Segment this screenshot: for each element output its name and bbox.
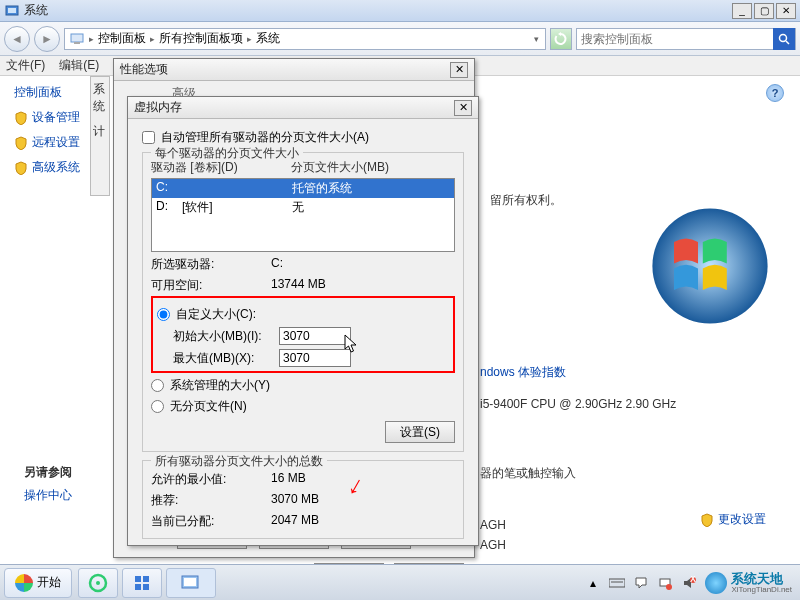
selected-drive-row: 所选驱动器: C: — [151, 256, 455, 273]
see-also: 另请参阅 操作中心 — [24, 464, 72, 504]
breadcrumb[interactable]: ▸ 控制面板 ▸ 所有控制面板项 ▸ 系统 ▾ — [64, 28, 546, 50]
sidebar-advanced-system[interactable]: 高级系统 — [14, 159, 100, 176]
brand-logo[interactable]: 系统天地 XiTongTianDi.net — [705, 572, 792, 594]
svg-rect-14 — [184, 578, 196, 586]
windows-orb-icon — [15, 574, 33, 592]
breadcrumb-item[interactable]: 所有控制面板项 — [159, 30, 243, 47]
drive-list[interactable]: C: 托管的系统 D: [软件] 无 — [151, 178, 455, 252]
system-info-partial: 留所有权利。 — [490, 86, 780, 209]
system-tabs-partial: 系统 计 — [90, 76, 110, 196]
tray-action-center-icon[interactable] — [633, 575, 649, 591]
svg-rect-1 — [8, 8, 16, 13]
max-size-label: 最大值(MB)(X): — [173, 350, 273, 367]
breadcrumb-item[interactable]: 系统 — [256, 30, 280, 47]
svg-point-8 — [96, 581, 100, 585]
pen-text: 器的笔或触控输入 — [480, 465, 780, 482]
drive-row-d[interactable]: D: [软件] 无 — [152, 198, 454, 217]
initial-size-input[interactable] — [279, 327, 351, 345]
svg-rect-12 — [143, 584, 149, 590]
max-size-row: 最大值(MB)(X): — [157, 349, 449, 367]
close-icon[interactable]: ✕ — [450, 62, 468, 78]
per-drive-group: 每个驱动器的分页文件大小 驱动器 [卷标](D) 分页文件大小(MB) C: 托… — [142, 152, 464, 452]
menu-edit[interactable]: 编辑(E) — [59, 57, 99, 74]
auto-manage-checkbox[interactable]: 自动管理所有驱动器的分页文件大小(A) — [142, 129, 464, 146]
breadcrumb-item[interactable]: 控制面板 — [98, 30, 146, 47]
dialog-titlebar: 性能选项 ✕ — [114, 59, 474, 81]
group-legend: 所有驱动器分页文件大小的总数 — [151, 453, 327, 470]
radio-none-input[interactable] — [151, 400, 164, 413]
shield-icon — [14, 111, 28, 125]
tray-volume-icon[interactable]: x — [681, 575, 697, 591]
dialog-title-text: 虚拟内存 — [134, 99, 454, 116]
tray-up-icon[interactable]: ▴ — [585, 575, 601, 591]
dialog-titlebar: 虚拟内存 ✕ — [128, 97, 478, 119]
svg-rect-3 — [74, 42, 80, 44]
radio-custom-size[interactable]: 自定义大小(C): — [157, 306, 449, 323]
sidebar: 控制面板 设备管理 远程设置 高级系统 — [0, 84, 100, 184]
change-settings-link[interactable]: 更改设置 — [700, 511, 766, 528]
radio-system-input[interactable] — [151, 379, 164, 392]
cpu-text: i5-9400F CPU @ 2.90GHz 2.90 GHz — [480, 397, 780, 411]
dropdown-icon[interactable]: ▾ — [532, 34, 541, 44]
svg-rect-10 — [143, 576, 149, 582]
max-size-input[interactable] — [279, 349, 351, 367]
search-button[interactable] — [773, 28, 795, 50]
svg-rect-15 — [609, 579, 625, 587]
auto-manage-input[interactable] — [142, 131, 155, 144]
sidebar-remote-settings[interactable]: 远程设置 — [14, 134, 100, 151]
taskbar-browser-icon[interactable] — [78, 568, 118, 598]
svg-rect-11 — [135, 584, 141, 590]
back-button[interactable]: ◄ — [4, 26, 30, 52]
maximize-button[interactable]: ▢ — [754, 3, 774, 19]
free-space-row: 可用空间: 13744 MB — [151, 277, 455, 294]
dialog-title-text: 性能选项 — [120, 61, 450, 78]
shield-icon — [14, 161, 28, 175]
svg-line-5 — [786, 41, 789, 44]
virtual-memory-dialog: 虚拟内存 ✕ 自动管理所有驱动器的分页文件大小(A) 每个驱动器的分页文件大小 … — [127, 96, 479, 546]
sidebar-control-panel[interactable]: 控制面板 — [14, 84, 100, 101]
close-button[interactable]: ✕ — [776, 3, 796, 19]
globe-icon — [705, 572, 727, 594]
search-input[interactable] — [577, 32, 773, 46]
group-legend: 每个驱动器的分页文件大小 — [151, 145, 303, 162]
taskbar-app-icon[interactable] — [122, 568, 162, 598]
svg-rect-2 — [71, 34, 83, 42]
set-button[interactable]: 设置(S) — [385, 421, 455, 443]
svg-text:x: x — [690, 576, 696, 585]
window-title: 系统 — [24, 2, 732, 19]
agh-text: AGH — [480, 538, 780, 552]
windows-logo-icon — [650, 206, 770, 326]
svg-point-18 — [666, 584, 672, 590]
action-center-link[interactable]: 操作中心 — [24, 487, 72, 504]
radio-no-paging[interactable]: 无分页文件(N) — [151, 398, 455, 415]
svg-point-4 — [780, 34, 787, 41]
menu-file[interactable]: 文件(F) — [6, 57, 45, 74]
initial-size-label: 初始大小(MB)(I): — [173, 328, 273, 345]
close-icon[interactable]: ✕ — [454, 100, 472, 116]
computer-icon — [69, 31, 85, 47]
radio-custom-input[interactable] — [157, 308, 170, 321]
search-icon — [778, 33, 790, 45]
svg-rect-9 — [135, 576, 141, 582]
tray-keyboard-icon[interactable] — [609, 575, 625, 591]
tray-network-icon[interactable] — [657, 575, 673, 591]
sidebar-device-manager[interactable]: 设备管理 — [14, 109, 100, 126]
taskbar-system-window[interactable] — [166, 568, 216, 598]
minimize-button[interactable]: _ — [732, 3, 752, 19]
shield-icon — [700, 513, 714, 527]
taskbar: 开始 ▴ x 系统天地 XiTongTianDi.net — [0, 564, 800, 600]
custom-size-highlight: 自定义大小(C): 初始大小(MB)(I): 最大值(MB)(X): — [151, 296, 455, 373]
shield-icon — [14, 136, 28, 150]
nav-bar: ◄ ► ▸ 控制面板 ▸ 所有控制面板项 ▸ 系统 ▾ — [0, 22, 800, 56]
system-tray: ▴ x 系统天地 XiTongTianDi.net — [585, 572, 800, 594]
totals-group: 所有驱动器分页文件大小的总数 允许的最小值:16 MB 推荐:3070 MB 当… — [142, 460, 464, 539]
radio-system-managed[interactable]: 系统管理的大小(Y) — [151, 377, 455, 394]
wei-link[interactable]: ndows 体验指数 — [480, 364, 780, 381]
drive-row-c[interactable]: C: 托管的系统 — [152, 179, 454, 198]
refresh-button[interactable] — [550, 28, 572, 50]
initial-size-row: 初始大小(MB)(I): — [157, 327, 449, 345]
system-icon — [4, 3, 20, 19]
search-box — [576, 28, 796, 50]
start-button[interactable]: 开始 — [4, 568, 72, 598]
forward-button[interactable]: ► — [34, 26, 60, 52]
